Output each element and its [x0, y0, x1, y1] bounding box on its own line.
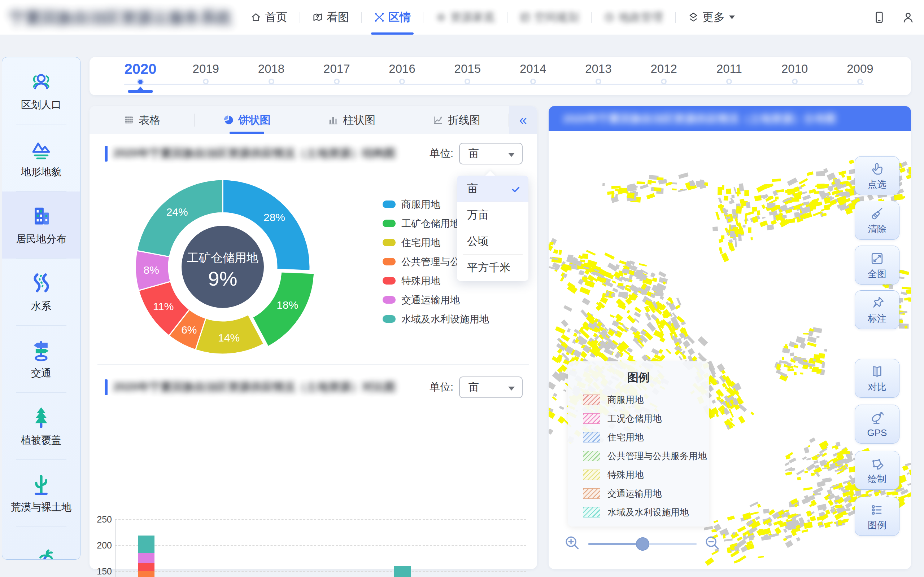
timeline-year-2015[interactable]: 2015 — [447, 57, 487, 95]
year-dot — [726, 79, 732, 84]
sidebar-item-label: 地形地貌 — [21, 165, 61, 179]
unit-option-1[interactable]: 亩 — [457, 176, 528, 202]
check-icon — [511, 184, 520, 193]
nav-item-5[interactable]: 空间规划 — [507, 0, 591, 35]
timeline-year-2014[interactable]: 2014 — [513, 57, 553, 95]
chevron-down-icon — [508, 387, 515, 390]
timeline-year-2009[interactable]: 2009 — [840, 57, 880, 95]
timeline-year-2018[interactable]: 2018 — [252, 57, 291, 95]
map-tool-6[interactable]: GPS — [855, 405, 900, 443]
sidebar-item-7[interactable]: 荒漠与裸土地 — [2, 460, 80, 527]
legend-label: 水域及水利设施用地 — [401, 313, 489, 326]
map-tool-1[interactable]: 点选 — [855, 156, 900, 195]
nav-item-4[interactable]: 资源家底 — [423, 0, 507, 35]
legend-hatch-swatch — [583, 432, 600, 443]
map-tool-2[interactable]: 清除 — [855, 201, 900, 240]
map-tool-label: 图例 — [868, 519, 887, 532]
layers-icon — [688, 12, 699, 23]
y-tick-label: 250 — [97, 514, 112, 525]
pie-slice-percent: 24% — [166, 206, 188, 218]
timeline-year-2020[interactable]: 2020 — [121, 57, 160, 95]
sidebar-item-2[interactable]: 地形地貌 — [2, 124, 80, 192]
nav-item-3[interactable]: 区情 — [362, 0, 423, 35]
tab-4[interactable]: 折线图 — [404, 106, 509, 134]
zoom-slider-track[interactable] — [588, 543, 696, 545]
bar-segment-水域及水利设施用地[interactable] — [394, 566, 411, 577]
tab-2[interactable]: 饼状图 — [195, 106, 300, 134]
year-label: 2017 — [323, 61, 350, 76]
sidebar-item-5[interactable]: 交通 — [2, 326, 80, 393]
bar-segment-交通运输用地[interactable] — [138, 553, 155, 563]
timeline-year-2012[interactable]: 2012 — [644, 57, 683, 95]
compare-icon — [869, 364, 885, 380]
pie-unit-select[interactable]: 亩 — [459, 143, 523, 164]
sidebar-item-label: 居民地分布 — [16, 232, 66, 246]
year-label: 2012 — [650, 61, 677, 76]
sidebar-item-8[interactable] — [2, 527, 80, 560]
feature-sidebar: 区划人口地形地貌居民地分布水系交通植被覆盖荒漠与裸土地 — [2, 57, 81, 560]
timeline-year-2016[interactable]: 2016 — [382, 57, 422, 95]
donut-center — [181, 226, 264, 308]
legend-color-chip — [383, 258, 396, 266]
bar-1[interactable] — [138, 535, 155, 577]
timeline-year-2013[interactable]: 2013 — [578, 57, 618, 95]
pie-legend-item-7[interactable]: 水域及水利设施用地 — [383, 309, 489, 329]
zoom-in-icon[interactable] — [563, 534, 582, 554]
river-icon — [29, 271, 53, 295]
unit-option-3[interactable]: 公顷 — [457, 228, 528, 255]
timeline-year-2019[interactable]: 2019 — [186, 57, 226, 95]
sidebar-item-label: 交通 — [31, 366, 51, 380]
nav-item-2[interactable]: 看图 — [300, 0, 361, 35]
tab-1[interactable]: 表格 — [89, 106, 195, 134]
unit-option-2[interactable]: 万亩 — [457, 202, 528, 228]
donut-chart: 28%18%14%6%11%8%24%工矿仓储用地9% — [97, 171, 364, 366]
map-tool-7[interactable]: 绘制 — [855, 451, 900, 490]
zoom-out-icon[interactable] — [703, 534, 722, 554]
sidebar-item-1[interactable]: 区划人口 — [2, 57, 80, 124]
legend-label: 特殊用地 — [401, 274, 440, 287]
map-tool-label: 点选 — [868, 178, 887, 191]
nav-item-1[interactable]: 首页 — [238, 0, 300, 35]
map-tool-3[interactable]: 全图 — [855, 246, 900, 285]
nav-item-6[interactable]: 地政管理 — [591, 0, 675, 35]
pie-chart-title: 2020年宁夏回族自治区资源供应情况（土地资源）结构图 — [113, 146, 396, 161]
year-dot — [203, 79, 208, 84]
map-tool-8[interactable]: 图例 — [855, 497, 900, 536]
bar-segment-公共管理与公共服务用地[interactable] — [138, 571, 155, 577]
timeline-year-2017[interactable]: 2017 — [317, 57, 357, 95]
unit-option-4[interactable]: 平方千米 — [457, 255, 528, 281]
year-dot — [465, 79, 470, 84]
pie-slice-percent: 6% — [181, 324, 197, 336]
pie-slice-percent: 14% — [218, 332, 240, 344]
tree-icon — [29, 405, 53, 429]
sidebar-item-4[interactable]: 水系 — [2, 259, 80, 326]
chart-tabbar: 表格饼状图柱状图折线图« — [89, 106, 537, 134]
tablet-icon[interactable] — [873, 11, 886, 24]
zoom-slider-handle[interactable] — [636, 537, 649, 551]
gridline — [115, 545, 526, 546]
nav-item-7[interactable]: 更多 — [676, 0, 747, 35]
sidebar-item-6[interactable]: 植被覆盖 — [2, 393, 80, 460]
timeline-year-2010[interactable]: 2010 — [775, 57, 815, 95]
tab-3[interactable]: 柱状图 — [299, 106, 404, 134]
map-tool-5[interactable]: 对比 — [855, 359, 900, 398]
year-label: 2018 — [258, 61, 284, 76]
bar-segment-特殊用地[interactable] — [138, 563, 155, 571]
map-legend-item-7: 水域及水利设施用地 — [568, 503, 709, 521]
unit-option-label: 亩 — [467, 181, 478, 196]
timeline-year-2011[interactable]: 2011 — [709, 57, 749, 95]
sidebar-item-3[interactable]: 居民地分布 — [2, 192, 80, 259]
map-tool-4[interactable]: 标注 — [855, 290, 900, 329]
pointer-icon — [869, 161, 885, 177]
legend-color-chip — [383, 220, 396, 227]
tab-label: 折线图 — [448, 113, 480, 128]
bar-unit-select[interactable]: 亩 — [459, 377, 523, 398]
user-icon[interactable] — [901, 11, 914, 24]
map-legend-title: 图例 — [568, 370, 709, 385]
unit-option-label: 万亩 — [467, 208, 489, 222]
bar-4[interactable] — [394, 566, 411, 577]
pie-legend-item-6[interactable]: 交通运输用地 — [383, 290, 489, 309]
collapse-panel-button[interactable]: « — [509, 106, 537, 134]
nav-item-label: 区情 — [388, 10, 411, 25]
bar-segment-水域及水利设施用地[interactable] — [138, 535, 155, 553]
